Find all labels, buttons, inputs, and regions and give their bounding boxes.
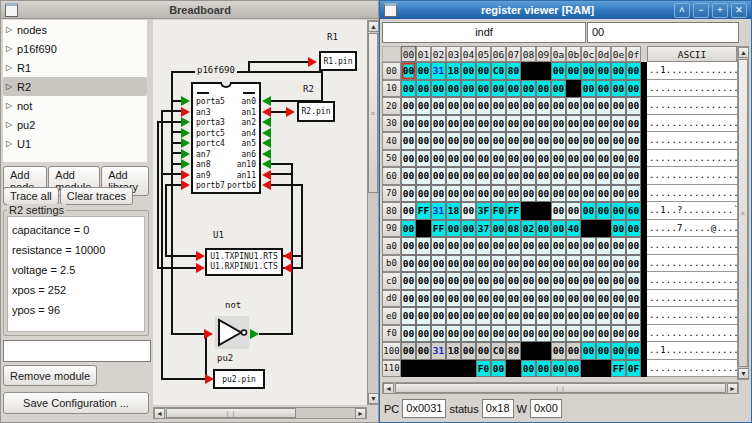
reg-cell[interactable]: 00 [446, 237, 461, 255]
attribute-input[interactable] [3, 340, 151, 362]
reg-cell[interactable]: 00 [596, 185, 611, 203]
col-header-00[interactable]: 00 [401, 46, 416, 62]
reg-cell[interactable]: 00 [551, 272, 566, 290]
reg-cell[interactable]: 00 [611, 80, 626, 98]
reg-cell[interactable]: 00 [596, 325, 611, 343]
reg-cell[interactable]: 00 [476, 272, 491, 290]
reg-cell[interactable]: 00 [461, 132, 476, 150]
grid-vscrollbar[interactable]: ▲ ≡ ▼ [737, 46, 749, 380]
reg-cell[interactable]: 00 [626, 185, 641, 203]
reg-cell[interactable]: 00 [506, 132, 521, 150]
chip-pin-portb6[interactable]: portb6 [227, 181, 256, 191]
reg-cell[interactable]: 00 [626, 167, 641, 185]
reg-cell[interactable]: 00 [416, 255, 431, 273]
reg-cell[interactable]: 00 [611, 307, 626, 325]
scroll-right-icon[interactable]: ► [355, 408, 366, 419]
reg-cell[interactable]: 80 [506, 342, 521, 360]
reg-cell[interactable]: 00 [416, 272, 431, 290]
chip-p16f690[interactable]: porta5an0an3an1porta3an2portc5an4portc4a… [191, 82, 261, 194]
reg-cell[interactable]: 00 [506, 150, 521, 168]
expander-icon[interactable]: ▷ [6, 63, 17, 72]
expander-icon[interactable]: ▷ [6, 101, 17, 110]
register-value-field[interactable]: 00 [587, 22, 739, 43]
row-header-20[interactable]: 20 [382, 97, 401, 115]
reg-cell[interactable]: 00 [461, 97, 476, 115]
module-box-r2-pin[interactable]: R2.pin [297, 101, 335, 122]
reg-cell[interactable]: 00 [581, 272, 596, 290]
reg-cell[interactable]: 00 [521, 132, 536, 150]
reg-cell[interactable]: 00 [521, 237, 536, 255]
reg-cell[interactable]: 00 [551, 62, 566, 80]
reg-cell[interactable] [536, 202, 551, 220]
reg-cell[interactable]: 00 [521, 185, 536, 203]
reg-cell[interactable]: 00 [536, 255, 551, 273]
reg-cell[interactable] [506, 360, 521, 378]
reg-cell[interactable]: 40 [566, 220, 581, 238]
reg-cell[interactable]: 00 [506, 115, 521, 133]
row-header-70[interactable]: 70 [382, 185, 401, 203]
reg-cell[interactable]: 00 [536, 272, 551, 290]
reg-cell[interactable]: 00 [476, 97, 491, 115]
reg-cell[interactable]: 00 [581, 115, 596, 133]
reg-cell[interactable]: 00 [401, 97, 416, 115]
reg-cell[interactable]: 00 [521, 115, 536, 133]
reg-cell[interactable]: 00 [506, 185, 521, 203]
schematic-canvas[interactable]: p16f690 porta5an0an3an1porta3an2portc5an… [153, 20, 367, 405]
reg-cell[interactable]: 00 [566, 115, 581, 133]
reg-cell[interactable]: 00 [461, 185, 476, 203]
row-header-a0[interactable]: a0 [382, 237, 401, 255]
reg-cell[interactable]: 00 [506, 167, 521, 185]
minimize-icon[interactable]: − [693, 3, 709, 18]
reg-cell[interactable]: 00 [596, 115, 611, 133]
expander-icon[interactable]: ▷ [6, 82, 17, 91]
setting-entry[interactable]: capacitance = 0 [12, 220, 140, 240]
reg-cell[interactable] [401, 360, 416, 378]
module-box-r1-pin[interactable]: R1.pin [319, 51, 357, 71]
scroll-thumb[interactable]: ≡ [368, 33, 378, 193]
reg-cell[interactable]: 00 [446, 307, 461, 325]
chip-pin-an3[interactable]: an3 [196, 108, 210, 118]
reg-cell[interactable]: 00 [476, 115, 491, 133]
save-configuration-button[interactable]: Save Configuration ... [3, 392, 149, 414]
chip-pin-porta3[interactable]: porta3 [196, 118, 225, 128]
chip-pin-an2[interactable]: an2 [242, 118, 256, 128]
reg-cell[interactable]: 00 [551, 360, 566, 378]
reg-cell[interactable]: 00 [581, 132, 596, 150]
chip-pin-porta5[interactable]: porta5 [196, 97, 225, 107]
reg-cell[interactable]: 00 [461, 62, 476, 80]
reg-cell[interactable]: 00 [476, 167, 491, 185]
reg-cell[interactable]: 00 [611, 255, 626, 273]
reg-cell[interactable]: 00 [401, 80, 416, 98]
reg-cell[interactable]: FF [506, 202, 521, 220]
reg-cell[interactable]: 00 [566, 202, 581, 220]
reg-cell[interactable]: 00 [551, 202, 566, 220]
reg-cell[interactable]: 00 [416, 97, 431, 115]
reg-cell[interactable]: 00 [581, 255, 596, 273]
chip-pin-an9[interactable]: an9 [196, 171, 210, 181]
chip-pin-portb7[interactable]: portb7 [196, 181, 225, 191]
chip-pin-an10[interactable]: an10 [237, 160, 256, 170]
module-box-u1[interactable]: U1.TXPINU1.RTS U1.RXPINU1.CTS [205, 248, 283, 276]
reg-cell[interactable]: 00 [476, 132, 491, 150]
reg-cell[interactable]: 00 [461, 202, 476, 220]
reg-cell[interactable]: FF [611, 360, 626, 378]
reg-cell[interactable]: 60 [626, 202, 641, 220]
reg-cell[interactable]: 00 [581, 342, 596, 360]
reg-cell[interactable]: 18 [446, 62, 461, 80]
reg-cell[interactable]: 08 [506, 220, 521, 238]
reg-cell[interactable]: 00 [611, 342, 626, 360]
row-header-00[interactable]: 00 [382, 62, 401, 80]
row-header-110[interactable]: 110 [382, 360, 401, 378]
reg-cell[interactable]: 00 [416, 307, 431, 325]
scroll-up-icon[interactable]: ▲ [738, 47, 749, 58]
reg-cell[interactable]: 00 [551, 97, 566, 115]
reg-cell[interactable] [461, 360, 476, 378]
breadboard-titlebar[interactable]: Breadboard [1, 1, 378, 19]
tree-item-not[interactable]: ▷not [3, 96, 147, 115]
reg-cell[interactable]: 00 [521, 97, 536, 115]
reg-cell[interactable]: 00 [401, 272, 416, 290]
reg-cell[interactable]: 00 [431, 237, 446, 255]
reg-cell[interactable]: 00 [416, 185, 431, 203]
reg-cell[interactable] [566, 80, 581, 98]
chip-pin-an7[interactable]: an7 [196, 150, 210, 160]
